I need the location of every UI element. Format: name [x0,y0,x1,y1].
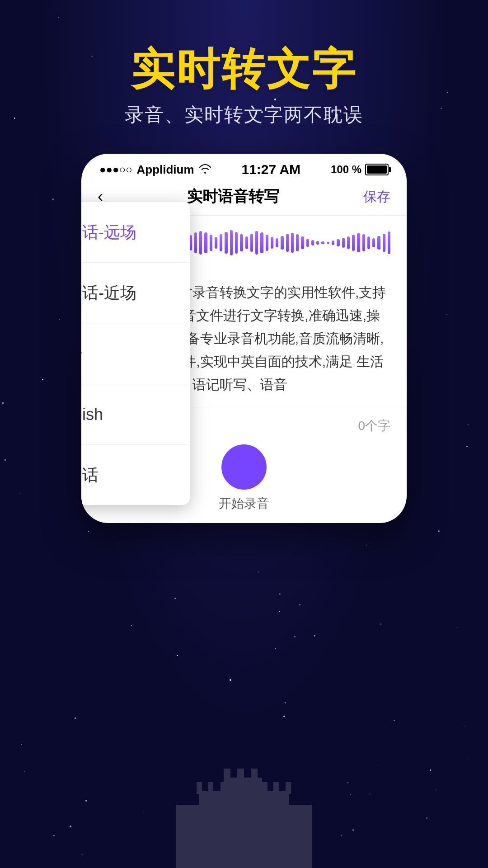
signal-icon: ●●●○○ [99,163,132,176]
svg-rect-2 [262,791,289,868]
wave-bar [204,232,207,253]
wave-bar [342,238,345,248]
svg-rect-10 [221,782,226,794]
nav-title: 实时语音转写 [187,186,279,207]
svg-rect-5 [224,769,230,782]
svg-rect-0 [226,778,262,868]
status-time: 11:27 AM [241,162,300,177]
status-right: 100 % [331,163,389,176]
battery-fill [367,165,387,174]
wave-bar [260,232,263,253]
svg-rect-7 [251,769,258,782]
wave-bar [194,232,197,253]
wave-bar [301,236,304,249]
wave-bar [362,234,365,251]
wave-bar [286,234,289,252]
wave-bar [377,236,380,250]
wave-bar [357,233,360,252]
word-count: 0个字 [358,417,390,434]
wave-bar [199,231,202,255]
hero-section: 实时转文字 录音、实时转文字两不耽误 [0,0,488,146]
start-recording-label: 开始录音 [219,490,269,523]
wave-bar [225,232,227,254]
lang-item-cantonese[interactable]: 粤语 [81,323,190,384]
wave-bar [215,237,217,249]
wave-bar [306,239,309,247]
svg-rect-9 [208,782,213,794]
wave-bar [296,234,299,251]
phone-mockup-wrapper: ●●●○○ Applidium 11:27 AM 100 % [81,154,407,523]
wave-bar [266,235,268,251]
wave-bar [220,234,222,251]
svg-rect-4 [289,805,312,868]
svg-rect-13 [286,782,291,794]
wave-bar [240,234,243,251]
lang-item-putonghua-near[interactable]: 普通话-近场 [81,263,190,323]
status-bar: ●●●○○ Applidium 11:27 AM 100 % [81,154,407,182]
wave-bar [321,241,324,244]
wave-bar [311,240,314,245]
wave-bar [250,234,253,252]
svg-rect-11 [262,782,267,794]
wave-bar [210,235,212,251]
wave-bar [347,236,350,249]
wave-bar [327,242,329,244]
phone-mockup: ●●●○○ Applidium 11:27 AM 100 % [81,154,407,523]
castle-decoration [154,732,334,868]
svg-rect-1 [199,791,226,868]
wave-bar [235,232,238,254]
svg-rect-12 [273,782,279,794]
save-button[interactable]: 保存 [363,188,390,206]
lang-item-english[interactable]: English [81,384,190,445]
wave-bar [332,241,334,245]
wave-bar [245,236,248,249]
language-dropdown: 普通话-远场普通话-近场粤语English四川话 [81,202,190,505]
svg-rect-8 [197,782,202,794]
wave-bar [255,231,258,255]
wave-bar [230,230,233,255]
wave-bar [316,241,319,245]
wave-bar [337,239,339,246]
wave-bar [352,235,355,251]
hero-subtitle: 录音、实时转文字两不耽误 [0,102,488,127]
carrier-label: Applidium [136,163,194,177]
magnifier-overlay: 录音转 文字 普通话-远场普通话-近场粤语English四川话 [81,324,217,496]
wifi-icon [199,163,211,177]
wave-bar [367,236,370,249]
lang-item-sichuan[interactable]: 四川话 [81,445,190,505]
wave-bar [276,238,278,247]
record-button[interactable] [221,444,267,490]
wave-bar [291,233,294,253]
wave-bar [383,234,385,252]
hero-title: 实时转文字 [0,45,488,93]
svg-rect-6 [237,769,244,782]
lang-item-putonghua-far[interactable]: 普通话-远场 [81,202,190,263]
wave-bar [271,237,273,249]
status-left: ●●●○○ Applidium [99,163,211,177]
content-area: 是一款支持实时录音转换文字的实用性软件,支持边录音一边转 音文件进行文字转换,准… [81,270,407,407]
wave-bar [388,231,390,254]
battery-percent: 100 % [331,163,361,176]
battery-icon [365,164,389,175]
wave-bar [281,236,283,250]
wave-bar [372,238,375,247]
svg-rect-3 [176,805,199,868]
